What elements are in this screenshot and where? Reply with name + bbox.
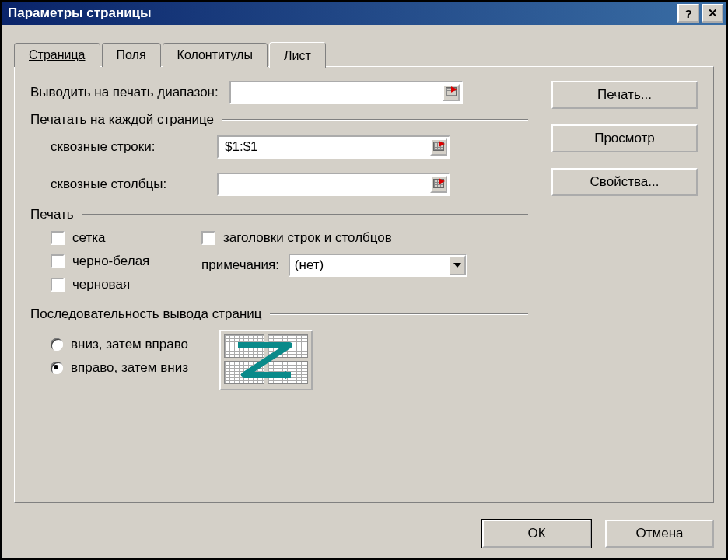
page-order-illustration [219, 330, 313, 390]
main-left: Выводить на печать диапазон: Печатать на… [30, 81, 528, 390]
tabstrip: Страница Поля Колонтитулы Лист [14, 40, 714, 66]
notes-label: примечания: [201, 257, 279, 273]
right-buttons: Печать... Просмотр Свойства... [551, 81, 698, 196]
ok-button[interactable]: ОК [482, 520, 591, 548]
tab-page[interactable]: Страница [14, 43, 100, 67]
draft-checkbox[interactable] [51, 278, 65, 292]
rows-picker-icon[interactable] [430, 138, 447, 156]
cols-input[interactable] [217, 173, 450, 196]
print-group: Печать сетка черно-белая черновая [30, 207, 528, 300]
rows-field[interactable] [223, 137, 427, 157]
headings-checkbox[interactable] [201, 231, 215, 245]
order-group: Последовательность вывода страниц вниз, … [30, 306, 528, 390]
down-then-over-label: вниз, затем вправо [71, 337, 188, 352]
dialog-window: Параметры страницы ? ✕ Страница Поля Кол… [0, 0, 728, 560]
chevron-down-icon[interactable] [449, 255, 466, 275]
help-button[interactable]: ? [677, 4, 699, 23]
footer-buttons: ОК Отмена [482, 520, 714, 548]
draft-label: черновая [72, 277, 130, 292]
tab-sheet[interactable]: Лист [269, 42, 326, 68]
close-button[interactable]: ✕ [702, 4, 723, 23]
order-group-title: Последовательность вывода страниц [30, 306, 270, 322]
print-range-field[interactable] [236, 82, 439, 103]
cancel-button[interactable]: Отмена [605, 520, 714, 548]
range-picker-icon[interactable] [443, 84, 460, 101]
notes-combo[interactable]: (нет) [289, 254, 467, 277]
titlebar: Параметры страницы ? ✕ [2, 2, 726, 25]
cols-label: сквозные столбцы: [51, 177, 206, 192]
print-button[interactable]: Печать... [551, 81, 698, 109]
cols-picker-icon[interactable] [430, 176, 447, 193]
print-range-label: Выводить на печать диапазон: [30, 85, 219, 100]
print-range-input[interactable] [229, 81, 463, 104]
headings-label: заголовки строк и столбцов [223, 230, 392, 246]
notes-value: (нет) [295, 257, 449, 273]
print-group-title: Печать [30, 207, 82, 222]
over-then-down-radio[interactable] [51, 362, 63, 374]
over-then-down-label: вправо, затем вниз [71, 360, 188, 376]
tab-headers[interactable]: Колонтитулы [163, 43, 268, 67]
down-then-over-radio[interactable] [51, 338, 63, 351]
grid-checkbox[interactable] [51, 231, 65, 245]
grid-label: сетка [72, 230, 105, 246]
tabpanel-sheet: Печать... Просмотр Свойства... Выводить … [14, 66, 714, 503]
window-title: Параметры страницы [8, 5, 675, 21]
tab-fields[interactable]: Поля [102, 43, 161, 67]
preview-button[interactable]: Просмотр [551, 124, 698, 152]
repeat-group-title: Печатать на каждой странице [30, 112, 222, 128]
rows-label: сквозные строки: [51, 139, 206, 155]
client-area: Страница Поля Колонтитулы Лист Печать...… [2, 25, 726, 558]
repeat-group: Печатать на каждой странице сквозные стр… [30, 112, 528, 196]
bw-checkbox[interactable] [51, 254, 65, 268]
bw-label: черно-белая [72, 254, 149, 269]
cols-field[interactable] [223, 174, 427, 194]
rows-input[interactable] [217, 135, 450, 159]
options-button[interactable]: Свойства... [551, 168, 698, 196]
